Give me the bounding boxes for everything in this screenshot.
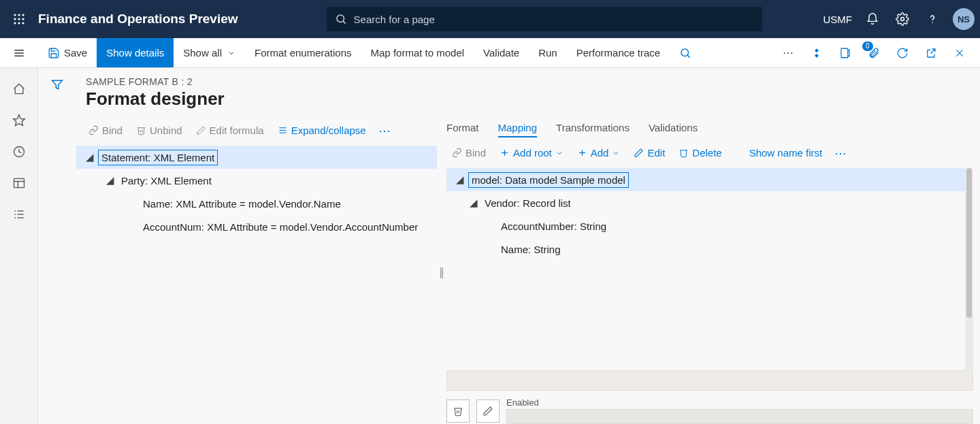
tab-transformations[interactable]: Transformations [556,119,630,137]
mapping-tabs: Format Mapping Transformations Validatio… [446,119,973,142]
svg-point-7 [18,22,20,24]
svg-rect-23 [14,178,24,187]
caret-down-icon[interactable]: ◢ [466,197,482,209]
attachments-badge: 0 [862,42,873,51]
map-format-to-model-button[interactable]: Map format to model [361,38,474,67]
tree-row[interactable]: ◢ Party: XML Element [82,169,431,192]
popout-icon[interactable] [917,39,945,67]
show-all-button[interactable]: Show all [174,38,245,67]
search-input[interactable] [354,14,754,25]
app-title: Finance and Operations Preview [38,12,238,27]
office-icon[interactable] [832,39,859,67]
tree-row[interactable]: ◢ Vendor: Record list [452,191,968,214]
company-code[interactable]: USMF [823,14,853,25]
notifications-icon[interactable] [859,5,886,33]
svg-marker-32 [52,80,63,89]
save-button[interactable]: Save [38,38,97,67]
add-button[interactable]: Add [572,144,626,161]
mapping-bind-button[interactable]: Bind [446,144,491,161]
format-tree: ◢ Statement: XML Element ◢ Party: XML El… [76,146,437,238]
svg-point-9 [337,15,344,22]
run-button[interactable]: Run [529,38,567,67]
page-title: Format designer [76,87,980,119]
svg-point-4 [18,18,20,20]
svg-point-0 [14,14,16,16]
close-icon[interactable] [946,39,973,67]
tab-format[interactable]: Format [446,119,479,137]
add-root-button[interactable]: Add root [494,144,569,161]
svg-line-14 [687,55,689,57]
home-icon[interactable] [3,75,35,103]
bind-button[interactable]: Bind [83,122,128,139]
mapping-node-name[interactable]: Name: String [498,242,564,257]
format-node-party[interactable]: Party: XML Element [118,174,214,188]
enabled-value[interactable] [506,409,973,424]
tree-row[interactable]: AccountNumber: String [452,214,968,238]
hamburger-icon[interactable] [0,38,38,68]
user-avatar[interactable]: NS [953,8,975,30]
favorites-icon[interactable] [3,106,35,135]
global-search[interactable] [327,7,762,31]
more-command-icon[interactable]: ⋯ [774,39,802,67]
caret-down-icon[interactable]: ◢ [102,174,118,186]
chevron-down-icon [555,149,564,157]
svg-line-10 [343,21,345,23]
vertical-scrollbar[interactable] [965,168,973,370]
mapping-toolbar-more-icon[interactable]: ⋯ [830,146,851,161]
edit-button[interactable]: Edit [628,144,670,161]
attachments-icon[interactable]: 0 [860,39,887,67]
show-details-button[interactable]: Show details [97,38,174,67]
delete-node-button[interactable] [446,399,470,423]
tree-row[interactable]: Name: String [452,238,968,261]
search-command-icon[interactable] [670,38,701,67]
expand-collapse-button[interactable]: Expand/collapse [272,122,372,139]
caret-down-icon[interactable]: ◢ [452,174,468,186]
format-node-name-attr[interactable]: Name: XML Attribute = model.Vendor.Name [140,197,344,211]
top-navbar: Finance and Operations Preview USMF NS [0,0,980,38]
validate-button[interactable]: Validate [474,38,529,67]
svg-point-12 [932,22,933,23]
mapping-node-vendor[interactable]: Vendor: Record list [482,196,574,210]
format-toolbar-more-icon[interactable]: ⋯ [374,123,395,138]
format-toolbar: Bind Unbind Edit formula Expand/col [76,119,437,146]
diamond-icon[interactable] [803,39,830,67]
mapping-node-model[interactable]: model: Data model Sample model [468,172,629,188]
edit-node-button[interactable] [476,399,500,423]
chevron-down-icon [612,149,620,157]
caret-down-icon[interactable]: ◢ [82,151,98,163]
performance-trace-button[interactable]: Performance trace [567,38,670,67]
left-nav-rail [0,68,38,424]
modules-icon[interactable] [3,200,35,229]
unbind-button[interactable]: Unbind [131,122,188,139]
format-node-accountnum-attr[interactable]: AccountNum: XML Attribute = model.Vendor… [140,220,421,234]
settings-icon[interactable] [889,5,916,33]
filter-icon[interactable] [50,78,64,424]
svg-point-13 [681,49,689,56]
save-label: Save [64,47,87,59]
delete-button[interactable]: Delete [673,144,727,161]
svg-point-8 [22,22,24,24]
svg-rect-15 [841,48,848,58]
format-node-statement[interactable]: Statement: XML Element [98,150,218,165]
svg-point-3 [14,18,16,20]
command-bar: Save Show details Show all Format enumer… [0,38,980,68]
mapping-tree: ◢ model: Data model Sample model ◢ Vendo… [446,168,973,370]
edit-formula-button[interactable]: Edit formula [191,122,270,139]
app-launcher-icon[interactable] [5,5,33,33]
refresh-icon[interactable] [889,39,916,67]
path-input[interactable] [446,370,973,391]
svg-point-2 [22,14,24,16]
workspaces-icon[interactable] [3,169,35,197]
recent-icon[interactable] [3,137,35,166]
tab-mapping[interactable]: Mapping [498,119,538,137]
mapping-node-accountnumber[interactable]: AccountNumber: String [498,219,609,233]
tree-row[interactable]: AccountNum: XML Attribute = model.Vendor… [82,215,431,238]
tree-row[interactable]: Name: XML Attribute = model.Vendor.Name [82,192,431,215]
breadcrumb: SAMPLE FORMAT B : 2 [76,76,980,87]
tab-validations[interactable]: Validations [649,119,698,137]
svg-point-1 [18,14,20,16]
format-enumerations-button[interactable]: Format enumerations [245,38,361,67]
splitter-handle[interactable]: ‖ [437,119,446,424]
show-name-first-button[interactable]: Show name first [744,144,828,161]
help-icon[interactable] [919,5,946,33]
